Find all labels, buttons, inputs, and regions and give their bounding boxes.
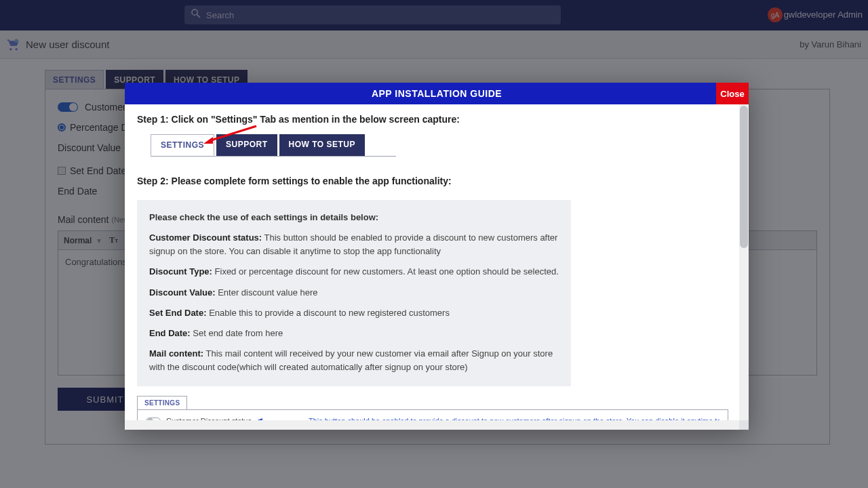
modal-header: APP INSTALLATION GUIDE Close (125, 83, 749, 104)
installation-guide-modal: APP INSTALLATION GUIDE Close Step 1: Cli… (125, 83, 749, 430)
svg-line-1 (209, 126, 256, 141)
modal-body[interactable]: Step 1: Click on "Settings" Tab as menti… (125, 104, 749, 430)
svg-marker-2 (203, 137, 213, 144)
modal-bottom-scrollbar[interactable] (125, 420, 749, 430)
explain-lead: Please check the use of each settings in… (149, 211, 559, 224)
step-1-heading: Step 1: Click on "Settings" Tab as menti… (137, 114, 736, 125)
modal-scrollbar-thumb[interactable] (740, 106, 748, 248)
strip-tab-settings: SETTINGS (137, 396, 187, 409)
step-2-heading: Step 2: Please complete form settings to… (137, 176, 736, 186)
settings-explanation-box: Please check the use of each settings in… (137, 200, 571, 386)
modal-close-button[interactable]: Close (716, 83, 749, 104)
guide-tab-howto: HOW TO SETUP (279, 134, 365, 156)
modal-title: APP INSTALLATION GUIDE (125, 88, 749, 99)
red-arrow-icon (203, 125, 258, 145)
